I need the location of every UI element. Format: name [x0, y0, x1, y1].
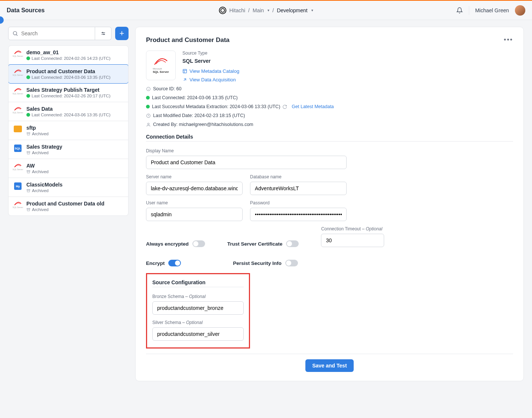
archive-icon	[26, 132, 30, 136]
user-name-field: User name	[146, 200, 243, 221]
list-item-sub: Last Connected: 2024-03-06 13:35 (UTC)	[26, 75, 124, 80]
divider	[146, 141, 513, 142]
timeout-input[interactable]	[321, 234, 384, 247]
database-name-input[interactable]	[250, 182, 347, 195]
list-item[interactable]: sftpArchived	[9, 121, 128, 140]
filter-button[interactable]	[95, 27, 111, 40]
status-ok-icon	[146, 96, 150, 100]
list-item[interactable]: SQL ServerSales DataLast Connected: 2024…	[9, 102, 128, 121]
timeout-field: Connection Timeout – Optional	[321, 226, 384, 247]
list-item[interactable]: SQL ServerSales Strategy Publish TargetL…	[9, 83, 128, 102]
source-type-label: Source Type	[182, 51, 513, 56]
list-item[interactable]: SQL Serverdemo_aw_01Last Connected: 2024…	[9, 46, 128, 65]
view-metadata-catalog-link[interactable]: View Metadata Catalog	[182, 68, 513, 74]
svg-point-24	[147, 123, 149, 124]
list-item[interactable]: SQL ServerProduct and Customer DataLast …	[8, 64, 129, 84]
status-ok-icon	[26, 75, 30, 79]
clock-icon	[146, 113, 151, 118]
list-item-sub: Last Connected: 2024-02-26 20:17 (UTC)	[26, 94, 124, 98]
svg-rect-6	[27, 132, 30, 133]
chevron-down-icon: ▾	[311, 8, 313, 12]
table-icon	[182, 69, 187, 74]
svg-point-0	[13, 32, 17, 35]
list-item-name: ClassicModels	[26, 182, 124, 188]
user-name-input[interactable]	[146, 208, 243, 221]
password-input[interactable]	[250, 208, 347, 221]
list-item-name: demo_aw_01	[26, 49, 124, 55]
archive-icon	[26, 151, 30, 155]
svg-rect-10	[27, 170, 30, 171]
mysql-icon: My	[13, 182, 23, 193]
search-input[interactable]	[21, 30, 91, 36]
source-config-title: Source Configuration	[152, 279, 244, 285]
list-item-sub: Archived	[26, 150, 124, 155]
always-encrypted-toggle-row: Always encrypted	[146, 240, 205, 247]
password-field: Password	[250, 200, 347, 221]
sftp-icon	[13, 125, 23, 136]
svg-rect-12	[27, 189, 30, 190]
list-item-name: Sales Strategy Publish Target	[26, 87, 124, 93]
list-item-name: Product and Customer Data	[26, 68, 124, 74]
view-data-acquisition-link[interactable]: View Data Acquisition	[182, 77, 513, 82]
more-menu[interactable]: •••	[504, 36, 513, 44]
persist-toggle[interactable]	[285, 260, 298, 266]
data-source-list: SQL Serverdemo_aw_01Last Connected: 2024…	[8, 45, 129, 216]
arrow-icon	[182, 77, 187, 82]
search-input-wrap[interactable]	[8, 27, 95, 40]
user-name[interactable]: Michael Green	[475, 7, 509, 13]
sql-db-icon: SQL	[13, 144, 23, 155]
chevron-down-icon: ▾	[267, 8, 269, 12]
list-item[interactable]: MyClassicModelsArchived	[9, 178, 128, 197]
trust-cert-toggle-row: Trust Server Certificate	[227, 240, 299, 247]
list-item-sub: Archived	[26, 132, 124, 136]
server-name-field: Server name	[146, 174, 243, 195]
breadcrumb-sep: /	[272, 7, 274, 13]
add-button[interactable]: +	[115, 27, 129, 40]
target-icon	[219, 7, 226, 14]
archive-icon	[26, 208, 30, 212]
always-encrypted-toggle[interactable]	[192, 240, 205, 247]
detail-title: Product and Customer Data	[146, 36, 230, 44]
encrypt-toggle[interactable]	[168, 260, 181, 266]
last-connected-row: Last Connected: 2024-03-06 13:35 (UTC)	[146, 95, 513, 100]
bell-icon[interactable]	[456, 7, 463, 14]
silver-schema-input[interactable]	[152, 327, 244, 341]
list-item-sub: Archived	[26, 188, 124, 193]
list-item[interactable]: SQL ServerAWArchived	[9, 159, 128, 178]
svg-rect-14	[27, 208, 30, 209]
bronze-schema-label: Bronze Schema – Optional	[152, 294, 244, 299]
user-name-label: User name	[146, 200, 243, 205]
status-ok-icon	[146, 105, 150, 108]
list-item[interactable]: SQLSales StrategyArchived	[9, 140, 128, 159]
list-item[interactable]: SQL ServerProduct and Customer Data oldA…	[9, 197, 128, 216]
avatar[interactable]	[515, 5, 525, 16]
divider	[152, 287, 244, 287]
last-modified-row: Last Modified Date: 2024-02-23 18:15 (UT…	[146, 113, 513, 118]
svg-rect-16	[183, 69, 187, 73]
source-id-row: Source ID: 60	[146, 86, 513, 91]
sliders-icon	[101, 31, 106, 36]
divider	[469, 6, 469, 15]
source-logo: MicrosoftSQL Server	[146, 51, 176, 80]
get-latest-metadata-link[interactable]: Get Latest Metadata	[292, 104, 334, 109]
list-item-name: Sales Strategy	[26, 144, 124, 150]
server-name-input[interactable]	[146, 182, 243, 195]
sqlserver-icon: SQL Server	[13, 163, 23, 174]
bronze-schema-input[interactable]	[152, 301, 244, 315]
timeout-label: Connection Timeout – Optional	[321, 226, 384, 231]
trust-cert-toggle[interactable]	[286, 240, 299, 247]
archive-icon	[26, 189, 30, 193]
breadcrumb[interactable]: Hitachi / Main ▾ / Development ▾	[219, 7, 313, 14]
breadcrumb-sep: /	[248, 7, 250, 13]
display-name-input[interactable]	[146, 156, 347, 169]
svg-point-4	[102, 32, 103, 33]
display-name-field: Display Name	[146, 148, 347, 169]
encrypt-toggle-row: Encrypt	[146, 260, 181, 266]
svg-line-1	[16, 35, 17, 36]
save-and-test-button[interactable]: Save and Test	[305, 359, 353, 372]
last-metadata-row: Last Successful Metadata Extraction: 202…	[146, 104, 513, 109]
user-icon	[146, 122, 151, 127]
status-ok-icon	[26, 113, 30, 117]
sqlserver-icon: SQL Server	[13, 87, 23, 98]
refresh-icon	[282, 104, 287, 109]
